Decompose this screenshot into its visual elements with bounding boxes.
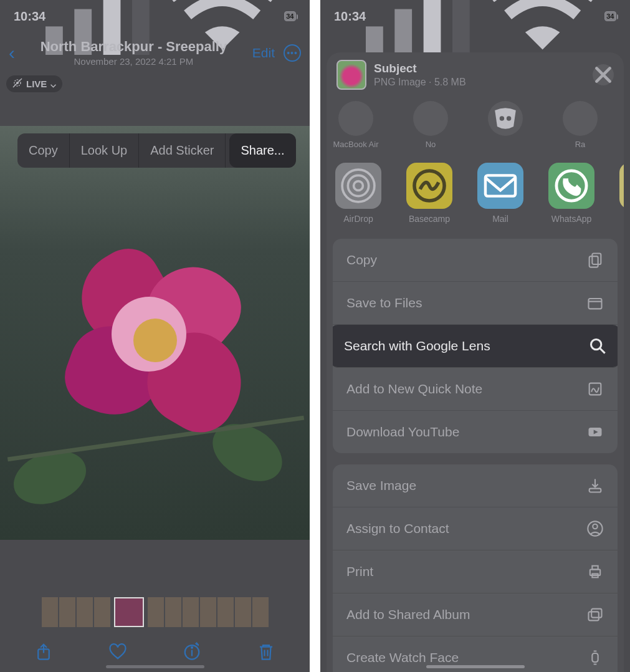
app-icon [619,163,624,209]
airdrop-target-label: Ra [575,140,586,149]
action-label: Add to Shared Album [346,607,470,622]
airdrop-target-icon [563,101,598,136]
mail-icon [477,163,523,209]
search-icon [589,337,606,355]
airdrop-target[interactable] [481,101,530,149]
action-download-youtube[interactable]: Download YouTube [333,411,618,453]
svg-rect-37 [589,612,599,620]
status-bar: 10:34 34 [0,0,310,32]
action-print[interactable]: Print [333,550,618,593]
airdrop-target-icon [338,101,373,136]
action-label: Create Watch Face [346,650,459,665]
home-indicator[interactable] [106,665,204,668]
ctx-add-sticker[interactable]: Add Sticker [139,133,226,168]
action-label: Save to Files [346,295,422,310]
ctx-share[interactable]: Share... [229,133,295,168]
action-search-with-google-lens[interactable]: Search with Google Lens [333,325,618,368]
share-app-label: Mail [492,214,508,224]
airdrop-target[interactable]: MacBook Air [332,101,380,149]
svg-rect-28 [589,383,601,395]
svg-rect-21 [485,175,515,196]
svg-rect-38 [591,609,601,618]
ctx-copy[interactable]: Copy [17,133,70,168]
svg-rect-14 [452,0,470,55]
bottom-toolbar [0,642,310,661]
share-app-label: WhatsApp [551,214,592,224]
action-copy[interactable]: Copy [333,239,618,282]
status-right: 34 [366,0,616,58]
ctx-lookup[interactable]: Look Up [70,133,140,168]
action-assign-to-contact[interactable]: Assign to Contact [333,507,618,550]
thumb-selected[interactable] [114,597,144,627]
thumb[interactable] [252,597,269,627]
back-button[interactable]: ‹ [9,42,15,64]
airdrop-targets-row[interactable]: MacBook Air No Ra [327,96,624,156]
info-icon[interactable] [183,642,201,661]
thumb[interactable] [165,597,181,627]
status-bar: 10:34 34 [320,0,630,32]
action-label: Print [346,564,373,579]
phone-share-sheet: 10:34 34 Subject PNG Image · 5.8 MB MacB… [320,0,630,672]
share-app-item[interactable] [617,163,624,224]
share-icon[interactable] [34,642,53,661]
home-indicator[interactable] [426,665,525,668]
action-save-image[interactable]: Save Image [333,464,618,507]
trash-icon[interactable] [257,642,275,661]
airdrop-target[interactable]: No [406,101,455,149]
action-label: Save Image [346,478,416,493]
sheet-title: Subject [374,62,466,75]
context-menu: Copy Look Up Add Sticker Share... [17,133,296,168]
share-app-airdrop[interactable]: AirDrop [333,163,384,224]
status-time: 10:34 [14,9,45,24]
watch-icon [586,649,604,666]
thumb[interactable] [200,597,216,627]
action-add-to-new-quick-note[interactable]: Add to New Quick Note [333,368,618,411]
image-divider [310,0,320,672]
edit-button[interactable]: Edit [252,46,275,60]
live-label: LIVE [26,79,47,89]
share-app-basecamp[interactable]: Basecamp [404,163,455,224]
svg-rect-39 [592,653,598,662]
photo-viewer[interactable]: Copy Look Up Add Sticker Share... [0,126,310,540]
airdrop-target[interactable]: Ra [556,101,604,149]
thumb[interactable] [217,597,234,627]
share-app-whatsapp[interactable]: WhatsApp [546,163,597,224]
share-apps-row[interactable]: AirDrop Basecamp Mail WhatsApp [327,156,624,233]
svg-line-27 [600,348,605,353]
basecamp-icon [406,163,452,209]
action-label: Download YouTube [346,425,459,439]
action-save-to-files[interactable]: Save to Files [333,282,618,325]
album-icon [586,606,604,623]
thumb[interactable] [59,597,75,627]
live-photo-pill[interactable]: LIVE ⌵ [6,75,62,92]
svg-rect-11 [366,26,383,55]
share-actions-group-2: Save Image Assign to Contact Print Add t… [333,464,618,672]
battery-icon: 34 [284,11,296,21]
share-actions-group-1: Copy Save to Files Search with Google Le… [333,239,618,453]
action-label: Add to New Quick Note [346,382,482,396]
svg-point-18 [348,175,368,196]
svg-point-15 [500,116,504,120]
svg-point-10 [191,647,193,648]
thumb[interactable] [77,597,93,627]
thumb[interactable] [235,597,251,627]
thumb[interactable] [94,597,110,627]
thumb[interactable] [183,597,199,627]
heart-icon[interactable] [108,642,127,661]
action-label: Assign to Contact [346,521,449,536]
action-add-to-shared-album[interactable]: Add to Shared Album [333,593,618,636]
share-app-mail[interactable]: Mail [475,163,526,224]
airdrop-target-icon [413,101,448,136]
svg-rect-35 [592,566,598,570]
svg-point-16 [507,116,511,120]
date-subtitle: November 23, 2022 4:21 PM [15,56,252,67]
thumb[interactable] [148,597,164,627]
thumb[interactable] [42,597,58,627]
sheet-header: Subject PNG Image · 5.8 MB [327,60,624,96]
thumbnail-strip[interactable] [0,597,310,627]
action-label: Search with Google Lens [344,338,490,353]
more-button[interactable]: ••• [284,44,301,62]
copy-icon [586,251,604,269]
close-button[interactable] [593,64,614,85]
title-block: North Barrackpur - Sreepally November 23… [15,39,252,67]
